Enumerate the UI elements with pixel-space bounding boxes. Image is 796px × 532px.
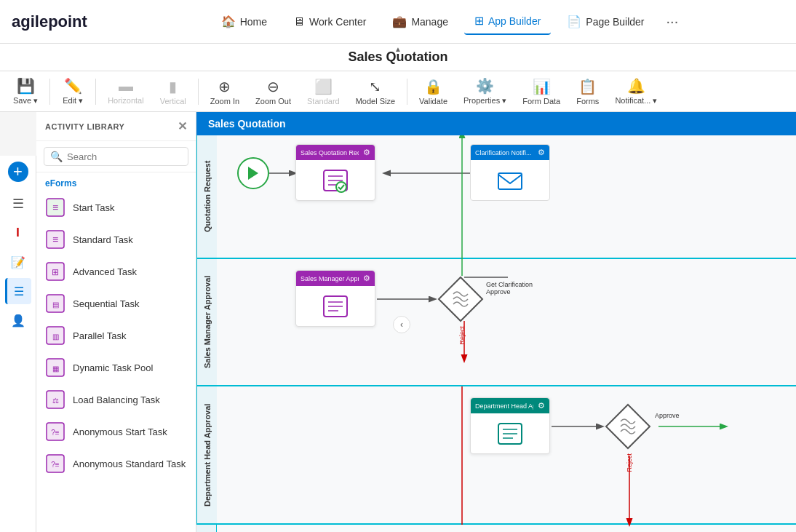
- notifications-icon: 🔔: [627, 77, 645, 95]
- nav-home-label: Home: [240, 16, 267, 28]
- horizontal-label: Horizontal: [108, 96, 144, 105]
- gear-icon-sales-req[interactable]: ⚙: [363, 148, 370, 157]
- anon-standard-task-label: Anonymous Standard Task: [73, 458, 186, 469]
- canvas-area[interactable]: ‹ Sales Quotation Quotation Request: [196, 112, 796, 532]
- title-bar: ▲ Sales Quotation: [0, 44, 796, 71]
- standard-button: ⬜ Standard: [300, 75, 347, 108]
- task-node-sales-req[interactable]: Sales Quotation Requ... ⚙: [295, 144, 375, 201]
- toolbar: 💾 Save ▾ ✏️ Edit ▾ ▬ Horizontal ▮ Vertic…: [0, 71, 796, 112]
- save-button[interactable]: 💾 Save ▾: [6, 74, 45, 108]
- task-node-dept-head[interactable]: Department Head Appr... ⚙: [470, 397, 550, 454]
- zoom-out-label: Zoom Out: [255, 97, 291, 106]
- home-icon: 🏠: [221, 15, 236, 28]
- standard-task-icon: ≡: [45, 229, 65, 250]
- activity-item-anon-standard[interactable]: ?≡ Anonymous Standard Task: [36, 448, 196, 480]
- add-activity-button[interactable]: +: [8, 162, 28, 182]
- parallel-task-label: Parallel Task: [73, 330, 126, 341]
- chevron-up-icon[interactable]: ▲: [394, 45, 402, 53]
- validate-button[interactable]: 🔒 Validate: [412, 75, 455, 108]
- dynamic-task-label: Dynamic Task Pool: [73, 362, 153, 373]
- anon-start-icon: ?≡: [45, 421, 65, 442]
- sidebar-icon-user[interactable]: 👤: [5, 307, 31, 333]
- edit-label: Edit ▾: [63, 96, 83, 106]
- sidebar-icon-list[interactable]: ☰: [5, 191, 31, 217]
- gear-icon-clarif[interactable]: ⚙: [538, 148, 545, 157]
- separator: [49, 79, 50, 105]
- nav-more[interactable]: ···: [661, 7, 685, 36]
- activity-item-start-task[interactable]: ≡ Start Task: [36, 191, 196, 223]
- sidebar-icon-eforms[interactable]: I: [5, 220, 31, 246]
- nav-app-builder-label: App Builder: [488, 15, 541, 27]
- svg-text:⚖: ⚖: [52, 397, 59, 405]
- form-data-icon: 📊: [533, 78, 551, 95]
- standard-task-label: Standard Task: [73, 234, 133, 245]
- advanced-task-label: Advanced Task: [73, 266, 137, 277]
- edit-button[interactable]: ✏️ Edit ▾: [55, 74, 91, 108]
- gateway-get-clarif: Get ClarificationApprove Reject: [435, 274, 486, 327]
- properties-button[interactable]: ⚙️ Properties ▾: [456, 74, 514, 108]
- zoom-out-button[interactable]: ⊖ Zoom Out: [248, 75, 298, 108]
- search-input[interactable]: [67, 151, 182, 162]
- task-header-dept-head: Department Head Appr... ⚙: [471, 398, 549, 413]
- sidebar-close-button[interactable]: ✕: [178, 119, 188, 133]
- task-body-sales-req: [296, 160, 375, 200]
- task-title-clarif: Clarification Notifi...: [475, 149, 532, 156]
- appbuilder-icon: ⊞: [474, 14, 484, 28]
- form-data-button[interactable]: 📊 Form Data: [515, 75, 568, 108]
- forms-label: Forms: [576, 97, 599, 106]
- anon-start-task-label: Anonymous Start Task: [73, 426, 167, 437]
- activity-list: eForms ≡ Start Task ≡: [36, 172, 196, 532]
- svg-point-24: [336, 182, 346, 192]
- nav-app-builder[interactable]: ⊞ App Builder: [464, 8, 551, 35]
- top-nav: agilepoint 🏠 Home 🖥 Work Center 💼 Manage…: [0, 0, 796, 44]
- svg-text:?≡: ?≡: [51, 461, 60, 469]
- task-node-clarif-notif[interactable]: Clarification Notifi... ⚙: [470, 144, 550, 201]
- gear-icon-sales-mgr[interactable]: ⚙: [363, 274, 370, 283]
- forms-icon: 📋: [578, 78, 597, 95]
- zoom-in-button[interactable]: ⊕ Zoom In: [203, 75, 247, 108]
- activity-item-dynamic-task[interactable]: ▦ Dynamic Task Pool: [36, 352, 196, 384]
- notifications-button[interactable]: 🔔 Notificat... ▾: [608, 74, 664, 108]
- notif-icon-clarif: [497, 167, 523, 194]
- zoom-out-icon: ⊖: [267, 78, 279, 95]
- activity-item-advanced-task[interactable]: ⊞ Advanced Task: [36, 255, 196, 287]
- swimlane-dept-head: Department Head Approval: [196, 386, 796, 525]
- nav-manage[interactable]: 💼 Manage: [382, 9, 458, 34]
- vertical-label: Vertical: [160, 97, 186, 106]
- notifications-label: Notificat... ▾: [615, 96, 657, 106]
- reject-label-sales: Reject: [458, 326, 466, 345]
- swimlane-sales-manager: Sales Manager Approval Sales Man: [196, 259, 796, 386]
- swimlane-bottom-content: [217, 525, 796, 532]
- zoom-in-label: Zoom In: [210, 97, 239, 106]
- activity-item-anon-start[interactable]: ?≡ Anonymous Start Task: [36, 416, 196, 448]
- activity-item-standard-task[interactable]: ≡ Standard Task: [36, 223, 196, 255]
- svg-text:≡: ≡: [52, 234, 58, 245]
- dynamic-task-icon: ▦: [45, 357, 65, 378]
- load-balancing-label: Load Balancing Task: [73, 394, 160, 405]
- swimlane-bottom: [196, 525, 796, 532]
- gear-icon-dept-head[interactable]: ⚙: [538, 401, 545, 410]
- properties-label: Properties ▾: [463, 96, 506, 106]
- logo-text: agilepoint: [12, 12, 87, 31]
- task-header-clarif: Clarification Notifi... ⚙: [471, 145, 549, 160]
- nav-home[interactable]: 🏠 Home: [211, 9, 277, 34]
- swimlane-label-quotation: Quotation Request: [196, 135, 217, 258]
- task-node-sales-mgr[interactable]: Sales Manager Approv... ⚙: [295, 270, 375, 327]
- nav-page-builder[interactable]: 📄 Page Builder: [557, 9, 654, 34]
- swimlane-quotation-request: Quotation Request: [196, 135, 796, 259]
- sidebar-icon-note[interactable]: 📝: [5, 249, 31, 275]
- activity-item-sequential-task[interactable]: ▤ Sequential Task: [36, 287, 196, 319]
- activity-item-load-balancing[interactable]: ⚖ Load Balancing Task: [36, 384, 196, 416]
- save-label: Save ▾: [13, 96, 38, 106]
- svg-text:▥: ▥: [52, 333, 59, 341]
- task-header-sales-req: Sales Quotation Requ... ⚙: [296, 145, 375, 160]
- search-box: 🔍: [44, 147, 188, 166]
- forms-button[interactable]: 📋 Forms: [569, 75, 606, 108]
- properties-icon: ⚙️: [476, 77, 494, 95]
- activity-item-parallel-task[interactable]: ▥ Parallel Task: [36, 319, 196, 352]
- model-size-button[interactable]: ⤡ Model Size: [349, 75, 402, 108]
- sidebar-collapse-button[interactable]: ‹: [393, 316, 410, 333]
- nav-work-center[interactable]: 🖥 Work Center: [283, 9, 376, 34]
- svg-rect-25: [498, 173, 522, 189]
- sidebar-icon-selected[interactable]: ☰: [5, 278, 31, 304]
